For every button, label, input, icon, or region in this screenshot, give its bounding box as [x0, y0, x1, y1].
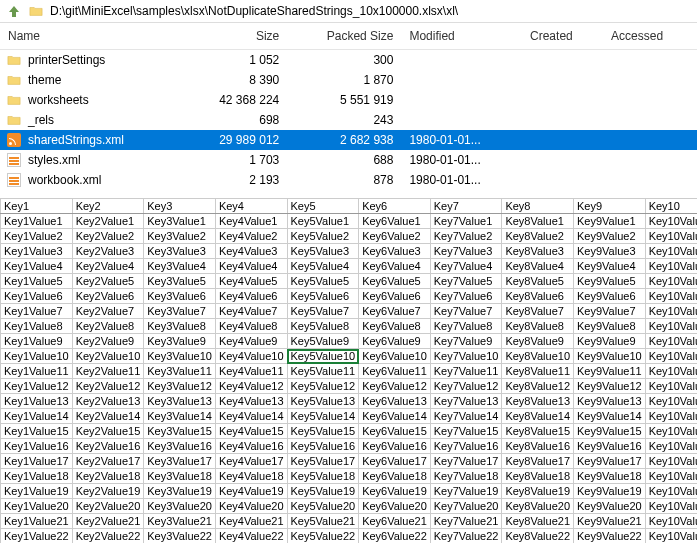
path-text[interactable]: D:\git\MiniExcel\samples\xlsx\NotDuplica… [50, 4, 458, 18]
sheet-cell[interactable]: Key4Value18 [215, 469, 287, 484]
sheet-cell[interactable]: Key4Value17 [215, 454, 287, 469]
sheet-cell[interactable]: Key6Value8 [359, 319, 431, 334]
sheet-cell[interactable]: Key3Value15 [144, 424, 216, 439]
col-modified[interactable]: Modified [401, 23, 522, 50]
sheet-col-header[interactable]: Key3 [144, 199, 216, 214]
sheet-cell[interactable]: Key2Value2 [72, 229, 144, 244]
sheet-cell[interactable]: Key6Value12 [359, 379, 431, 394]
sheet-cell[interactable]: Key6Value1 [359, 214, 431, 229]
sheet-cell[interactable]: Key3Value16 [144, 439, 216, 454]
sheet-cell[interactable]: Key7Value11 [430, 364, 502, 379]
sheet-cell[interactable]: Key9Value9 [574, 334, 646, 349]
sheet-cell[interactable]: Key6Value2 [359, 229, 431, 244]
sheet-cell[interactable]: Key5Value5 [287, 274, 359, 289]
sheet-cell[interactable]: Key3Value13 [144, 394, 216, 409]
sheet-cell[interactable]: Key5Value16 [287, 439, 359, 454]
col-accessed[interactable]: Accessed [603, 23, 697, 50]
sheet-cell[interactable]: Key8Value5 [502, 274, 574, 289]
sheet-cell[interactable]: Key10Value21 [645, 514, 697, 529]
col-created[interactable]: Created [522, 23, 603, 50]
sheet-cell[interactable]: Key3Value17 [144, 454, 216, 469]
sheet-cell[interactable]: Key2Value15 [72, 424, 144, 439]
sheet-col-header[interactable]: Key5 [287, 199, 359, 214]
sheet-cell[interactable]: Key10Value4 [645, 259, 697, 274]
sheet-cell[interactable]: Key7Value8 [430, 319, 502, 334]
sheet-cell[interactable]: Key9Value2 [574, 229, 646, 244]
sheet-cell[interactable]: Key10Value12 [645, 379, 697, 394]
sheet-cell[interactable]: Key6Value17 [359, 454, 431, 469]
sheet-cell[interactable]: Key8Value17 [502, 454, 574, 469]
sheet-cell[interactable]: Key1Value13 [1, 394, 73, 409]
sheet-cell[interactable]: Key7Value12 [430, 379, 502, 394]
sheet-cell[interactable]: Key7Value14 [430, 409, 502, 424]
sheet-cell[interactable]: Key1Value20 [1, 499, 73, 514]
sheet-cell[interactable]: Key9Value11 [574, 364, 646, 379]
sheet-cell[interactable]: Key7Value22 [430, 529, 502, 544]
sheet-cell[interactable]: Key4Value13 [215, 394, 287, 409]
sheet-cell[interactable]: Key1Value16 [1, 439, 73, 454]
sheet-cell[interactable]: Key5Value14 [287, 409, 359, 424]
sheet-col-header[interactable]: Key7 [430, 199, 502, 214]
sheet-cell[interactable]: Key10Value19 [645, 484, 697, 499]
sheet-cell[interactable]: Key4Value21 [215, 514, 287, 529]
sheet-cell[interactable]: Key5Value13 [287, 394, 359, 409]
sheet-cell[interactable]: Key3Value14 [144, 409, 216, 424]
sheet-cell[interactable]: Key7Value7 [430, 304, 502, 319]
sheet-cell[interactable]: Key5Value1 [287, 214, 359, 229]
sheet-cell[interactable]: Key3Value20 [144, 499, 216, 514]
sheet-cell[interactable]: Key4Value20 [215, 499, 287, 514]
sheet-cell[interactable]: Key5Value11 [287, 364, 359, 379]
sheet-cell[interactable]: Key2Value6 [72, 289, 144, 304]
sheet-cell[interactable]: Key2Value3 [72, 244, 144, 259]
sheet-cell[interactable]: Key2Value17 [72, 454, 144, 469]
sheet-cell[interactable]: Key1Value4 [1, 259, 73, 274]
sheet-cell[interactable]: Key9Value10 [574, 349, 646, 364]
sheet-cell[interactable]: Key7Value3 [430, 244, 502, 259]
sheet-cell[interactable]: Key5Value10 [287, 349, 359, 364]
sheet-cell[interactable]: Key8Value15 [502, 424, 574, 439]
sheet-cell[interactable]: Key8Value7 [502, 304, 574, 319]
sheet-cell[interactable]: Key10Value14 [645, 409, 697, 424]
sheet-col-header[interactable]: Key9 [574, 199, 646, 214]
sheet-cell[interactable]: Key10Value15 [645, 424, 697, 439]
sheet-cell[interactable]: Key5Value3 [287, 244, 359, 259]
sheet-cell[interactable]: Key8Value3 [502, 244, 574, 259]
sheet-cell[interactable]: Key10Value1 [645, 214, 697, 229]
sheet-cell[interactable]: Key10Value10 [645, 349, 697, 364]
sheet-cell[interactable]: Key8Value11 [502, 364, 574, 379]
sheet-cell[interactable]: Key10Value8 [645, 319, 697, 334]
sheet-cell[interactable]: Key10Value22 [645, 529, 697, 544]
sheet-cell[interactable]: Key3Value4 [144, 259, 216, 274]
up-icon[interactable] [6, 3, 22, 19]
sheet-cell[interactable]: Key3Value21 [144, 514, 216, 529]
sheet-cell[interactable]: Key4Value19 [215, 484, 287, 499]
sheet-cell[interactable]: Key8Value2 [502, 229, 574, 244]
sheet-cell[interactable]: Key1Value11 [1, 364, 73, 379]
sheet-cell[interactable]: Key9Value13 [574, 394, 646, 409]
sheet-cell[interactable]: Key10Value18 [645, 469, 697, 484]
sheet-cell[interactable]: Key1Value12 [1, 379, 73, 394]
sheet-cell[interactable]: Key1Value8 [1, 319, 73, 334]
sheet-cell[interactable]: Key6Value21 [359, 514, 431, 529]
sheet-cell[interactable]: Key1Value14 [1, 409, 73, 424]
sheet-cell[interactable]: Key6Value11 [359, 364, 431, 379]
sheet-cell[interactable]: Key4Value10 [215, 349, 287, 364]
file-row[interactable]: printerSettings1 052300 [0, 50, 697, 71]
sheet-cell[interactable]: Key5Value20 [287, 499, 359, 514]
sheet-cell[interactable]: Key8Value14 [502, 409, 574, 424]
sheet-cell[interactable]: Key7Value5 [430, 274, 502, 289]
sheet-cell[interactable]: Key9Value22 [574, 529, 646, 544]
sheet-cell[interactable]: Key4Value4 [215, 259, 287, 274]
sheet-cell[interactable]: Key5Value8 [287, 319, 359, 334]
sheet-cell[interactable]: Key3Value1 [144, 214, 216, 229]
sheet-cell[interactable]: Key7Value15 [430, 424, 502, 439]
sheet-cell[interactable]: Key5Value4 [287, 259, 359, 274]
sheet-cell[interactable]: Key8Value6 [502, 289, 574, 304]
sheet-cell[interactable]: Key10Value5 [645, 274, 697, 289]
sheet-cell[interactable]: Key8Value10 [502, 349, 574, 364]
sheet-cell[interactable]: Key10Value17 [645, 454, 697, 469]
sheet-cell[interactable]: Key6Value3 [359, 244, 431, 259]
sheet-cell[interactable]: Key9Value18 [574, 469, 646, 484]
sheet-cell[interactable]: Key5Value15 [287, 424, 359, 439]
sheet-cell[interactable]: Key3Value2 [144, 229, 216, 244]
